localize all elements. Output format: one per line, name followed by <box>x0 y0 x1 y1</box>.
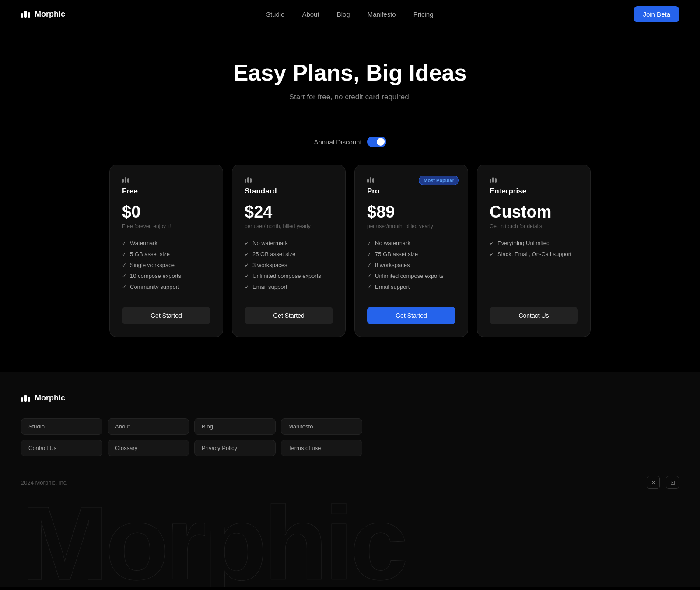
plan-name-free: Free <box>122 187 210 196</box>
navbar: Morphic Studio About Blog Manifesto Pric… <box>0 0 700 28</box>
footer-link-blog[interactable]: Blog <box>194 418 276 435</box>
plan-icon-free <box>122 177 210 183</box>
footer-social: ✕ ⊡ <box>647 476 679 489</box>
annual-discount-toggle[interactable] <box>367 137 386 147</box>
check-icon: ✓ <box>122 284 126 290</box>
feature-item: ✓3 workspaces <box>245 262 333 268</box>
plan-icon-enterprise <box>490 177 578 183</box>
check-icon: ✓ <box>245 251 249 257</box>
plan-cta-enterprise[interactable]: Contact Us <box>490 307 578 324</box>
check-icon: ✓ <box>367 284 371 290</box>
check-icon: ✓ <box>367 240 371 246</box>
plan-billing-enterprise: Get in touch for details <box>490 223 578 229</box>
toggle-row: Annual Discount <box>0 137 700 147</box>
feature-item: ✓8 workspaces <box>367 262 455 268</box>
pricing-section: Free $0 Free forever, enjoy it! ✓Waterma… <box>0 165 700 372</box>
plan-features-standard: ✓No watermark ✓25 GB asset size ✓3 works… <box>245 240 333 295</box>
nav-blog[interactable]: Blog <box>337 11 350 18</box>
footer: Morphic Studio About Blog Manifesto Cont… <box>0 372 700 587</box>
check-icon: ✓ <box>122 273 126 279</box>
check-icon: ✓ <box>367 262 371 268</box>
twitter-icon[interactable]: ✕ <box>647 476 660 489</box>
footer-link-studio[interactable]: Studio <box>21 418 102 435</box>
toggle-knob <box>377 138 385 146</box>
check-icon: ✓ <box>245 240 249 246</box>
nav-pricing[interactable]: Pricing <box>413 11 434 18</box>
feature-item: ✓10 compose exports <box>122 273 210 279</box>
github-icon[interactable]: ⊡ <box>666 476 679 489</box>
feature-item: ✓Watermark <box>122 240 210 246</box>
plan-billing-standard: per user/month, billed yearly <box>245 223 333 229</box>
plan-card-enterprise: Enterprise Custom Get in touch for detai… <box>477 165 591 337</box>
feature-item: ✓Single workspace <box>122 262 210 268</box>
plan-features-free: ✓Watermark ✓5 GB asset size ✓Single work… <box>122 240 210 295</box>
navbar-logo[interactable]: Morphic <box>21 10 65 19</box>
join-beta-button[interactable]: Join Beta <box>634 6 679 22</box>
check-icon: ✓ <box>490 240 494 246</box>
nav-about[interactable]: About <box>302 11 319 18</box>
footer-big-text-container: Morphic <box>21 499 679 587</box>
plan-card-standard: Standard $24 per user/month, billed year… <box>232 165 346 337</box>
toggle-label: Annual Discount <box>314 138 361 146</box>
plan-billing-free: Free forever, enjoy it! <box>122 223 210 229</box>
check-icon: ✓ <box>367 251 371 257</box>
footer-link-contact[interactable]: Contact Us <box>21 440 102 456</box>
check-icon: ✓ <box>367 273 371 279</box>
nav-studio[interactable]: Studio <box>266 11 285 18</box>
footer-link-manifesto[interactable]: Manifesto <box>281 418 362 435</box>
feature-item: ✓Email support <box>367 284 455 290</box>
feature-item: ✓Everything Unlimited <box>490 240 578 246</box>
navbar-nav: Studio About Blog Manifesto Pricing <box>266 11 434 18</box>
feature-item: ✓75 GB asset size <box>367 251 455 257</box>
plan-features-pro: ✓No watermark ✓75 GB asset size ✓8 works… <box>367 240 455 295</box>
plan-name-pro: Pro <box>367 187 455 196</box>
feature-item: ✓No watermark <box>245 240 333 246</box>
logo-icon <box>21 11 30 18</box>
plan-card-pro: Most Popular Pro $89 per user/month, bil… <box>354 165 468 337</box>
footer-logo[interactable]: Morphic <box>21 393 679 403</box>
hero-title: Easy Plans, Big Ideas <box>0 60 700 86</box>
footer-big-text: Morphic <box>21 499 405 587</box>
plan-cta-free[interactable]: Get Started <box>122 307 210 324</box>
footer-bottom: 2024 Morphic, Inc. ✕ ⊡ <box>21 465 679 499</box>
feature-item: ✓Unlimited compose exports <box>245 273 333 279</box>
footer-copyright: 2024 Morphic, Inc. <box>21 479 68 486</box>
brand-name: Morphic <box>35 10 65 19</box>
check-icon: ✓ <box>122 251 126 257</box>
plan-features-enterprise: ✓Everything Unlimited ✓Slack, Email, On-… <box>490 240 578 295</box>
check-icon: ✓ <box>245 262 249 268</box>
check-icon: ✓ <box>245 273 249 279</box>
feature-item: ✓Community support <box>122 284 210 290</box>
check-icon: ✓ <box>122 262 126 268</box>
plan-icon-standard <box>245 177 333 183</box>
footer-logo-icon <box>21 395 30 402</box>
footer-link-privacy[interactable]: Privacy Policy <box>194 440 276 456</box>
plan-price-enterprise: Custom <box>490 203 578 221</box>
most-popular-badge: Most Popular <box>419 176 459 185</box>
feature-item: ✓5 GB asset size <box>122 251 210 257</box>
plan-card-free: Free $0 Free forever, enjoy it! ✓Waterma… <box>109 165 223 337</box>
footer-link-terms[interactable]: Terms of use <box>281 440 362 456</box>
feature-item: ✓Email support <box>245 284 333 290</box>
footer-brand-name: Morphic <box>35 393 65 403</box>
hero-subtitle: Start for free, no credit card required. <box>0 93 700 102</box>
check-icon: ✓ <box>245 284 249 290</box>
check-icon: ✓ <box>490 251 494 257</box>
feature-item: ✓25 GB asset size <box>245 251 333 257</box>
check-icon: ✓ <box>122 240 126 246</box>
feature-item: ✓No watermark <box>367 240 455 246</box>
plan-name-standard: Standard <box>245 187 333 196</box>
plan-billing-pro: per user/month, billed yearly <box>367 223 455 229</box>
feature-item: ✓Unlimited compose exports <box>367 273 455 279</box>
plan-cta-standard[interactable]: Get Started <box>245 307 333 324</box>
footer-link-about[interactable]: About <box>108 418 189 435</box>
plan-price-free: $0 <box>122 203 210 221</box>
plan-price-pro: $89 <box>367 203 455 221</box>
plan-price-standard: $24 <box>245 203 333 221</box>
footer-link-glossary[interactable]: Glossary <box>108 440 189 456</box>
feature-item: ✓Slack, Email, On-Call support <box>490 251 578 257</box>
footer-links-grid: Studio About Blog Manifesto Contact Us G… <box>21 418 362 456</box>
plan-cta-pro[interactable]: Get Started <box>367 307 455 324</box>
nav-manifesto[interactable]: Manifesto <box>368 11 396 18</box>
plan-name-enterprise: Enterprise <box>490 187 578 196</box>
